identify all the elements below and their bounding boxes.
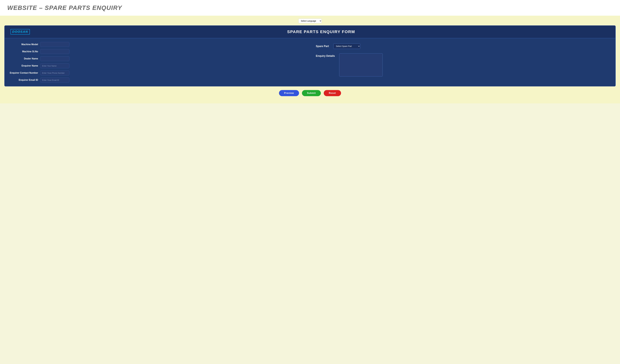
form-body: Machine Model Machine Sl.No Dealer Name …	[5, 38, 615, 86]
enquiry-details-label: Enquiry Details	[316, 53, 336, 58]
enquirer-email-label: Enquirer Email ID	[9, 79, 38, 81]
spare-part-row: Spare Part Select Spare PartEngine Parts…	[316, 44, 383, 49]
form-left: Machine Model Machine Sl.No Dealer Name …	[9, 42, 309, 82]
machine-model-input[interactable]	[40, 42, 69, 47]
machine-model-label: Machine Model	[9, 43, 38, 46]
machine-sl-no-row: Machine Sl.No	[9, 49, 309, 54]
machine-model-row: Machine Model	[9, 42, 309, 47]
submit-button[interactable]: Submit	[302, 90, 321, 96]
enquirer-name-row: Enquirer Name	[9, 63, 309, 68]
form-container: DOOSAN SPARE PARTS ENQUIRY FORM Machine …	[4, 25, 616, 86]
enquirer-name-input[interactable]	[40, 63, 69, 68]
preview-button[interactable]: Preview	[279, 90, 299, 96]
main-content: Select LanguageEnglishFrenchGermanSpanis…	[0, 16, 620, 103]
logo-box: DOOSAN	[11, 29, 30, 35]
form-grid: Machine Model Machine Sl.No Dealer Name …	[9, 42, 611, 82]
form-header: DOOSAN SPARE PARTS ENQUIRY FORM	[5, 26, 615, 38]
language-bar: Select LanguageEnglishFrenchGermanSpanis…	[4, 19, 616, 23]
page-title: WEBSITE – SPARE PARTS ENQUIRY	[7, 4, 613, 11]
logo-text: DOOSAN	[12, 30, 28, 33]
dealer-name-label: Dealer Name	[9, 57, 38, 60]
spare-part-label: Spare Part	[316, 45, 330, 48]
button-bar: Preview Submit Reset	[4, 86, 616, 98]
machine-sl-no-input[interactable]	[40, 49, 69, 54]
right-col-inner: Spare Part Select Spare PartEngine Parts…	[311, 42, 383, 76]
page-title-section: WEBSITE – SPARE PARTS ENQUIRY	[0, 0, 620, 16]
dealer-name-row: Dealer Name	[9, 56, 309, 61]
enquiry-details-textarea[interactable]	[339, 53, 383, 76]
enquirer-contact-label: Enquirer Contact Number	[9, 72, 38, 74]
machine-sl-no-label: Machine Sl.No	[9, 50, 38, 53]
enquirer-contact-input[interactable]	[40, 70, 69, 76]
spare-part-select[interactable]: Select Spare PartEngine PartsHydraulic P…	[333, 44, 360, 49]
enquirer-contact-row: Enquirer Contact Number	[9, 70, 309, 76]
enquirer-name-label: Enquirer Name	[9, 64, 38, 67]
enquiry-details-section: Enquiry Details	[316, 53, 383, 76]
enquirer-email-input[interactable]	[40, 77, 69, 82]
form-header-title: SPARE PARTS ENQUIRY FORM	[31, 30, 611, 34]
doosan-logo: DOOSAN	[9, 28, 31, 35]
dealer-name-input[interactable]	[40, 56, 69, 61]
form-right: Spare Part Select Spare PartEngine Parts…	[311, 42, 611, 82]
language-select[interactable]: Select LanguageEnglishFrenchGermanSpanis…	[298, 19, 322, 23]
reset-button[interactable]: Reset	[324, 90, 341, 96]
enquirer-email-row: Enquirer Email ID	[9, 77, 309, 82]
